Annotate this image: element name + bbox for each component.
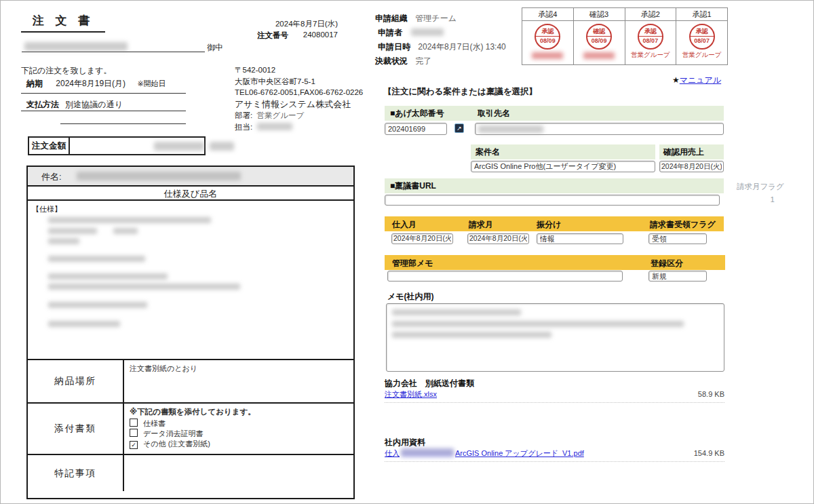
payment-method-label: 支払方法 (26, 100, 59, 109)
stamp-date: 08/09 (587, 37, 610, 44)
ringi-url-input[interactable] (385, 195, 720, 206)
approval-step-header: 承認2 (625, 8, 676, 21)
stamp-date: 08/07 (691, 37, 714, 44)
redacted-spec-line (48, 321, 120, 327)
attachment-item: ✓ その他 (注文書別紙) (130, 439, 348, 449)
payment-method-value: 別途協議の通り (65, 100, 123, 109)
manual-link[interactable]: マニュアル (680, 75, 721, 85)
approval-cell: 承認 08/07 営業グループ (676, 21, 727, 64)
redacted-contact-name (257, 123, 292, 130)
applicant-label: 申請者 (378, 28, 402, 37)
routing-label: 振分け (537, 219, 561, 231)
applicant-row: 申請者 (378, 27, 444, 39)
approval-stamps-table: 承認4 承認 08/09 確認3 確認 08/09 (522, 7, 728, 65)
supplier-postal: 〒542-0012 (235, 64, 363, 76)
supplier-dept-label: 部署: (235, 111, 252, 119)
remarks-label: 特記事項 (28, 455, 124, 491)
lookup-popup-icon[interactable]: ↗ (454, 123, 464, 133)
registration-type-label: 登録区分 (651, 258, 683, 269)
months-header-bar: 仕入月 請求月 振分け 請求書受領フラグ (385, 216, 724, 231)
case-name-input[interactable] (471, 161, 655, 172)
approval-step-header: 承認1 (676, 8, 727, 21)
supplier-dept-row: 部署: 営業グループ (235, 110, 363, 121)
checkbox-data-erasure[interactable] (130, 429, 138, 437)
purchase-month-label: 仕入月 (392, 219, 416, 231)
approval-step-header: 承認4 (522, 8, 573, 21)
stamp-divider-line (586, 36, 612, 37)
stamp-date: 08/07 (639, 37, 662, 44)
supplier-block: 〒542-0012 大阪市中央区谷町7-5-1 TEL06-6762-0051,… (235, 64, 363, 132)
case-select-section-title: 【注文に関わる案件または稟議を選択】 (383, 86, 537, 98)
application-org-label: 申請組織 (375, 14, 408, 23)
document-date: 2024年8月7日(水) (257, 19, 338, 29)
internal-docs-section-label: 社内用資料 (385, 437, 425, 448)
invoice-flag-input[interactable] (648, 233, 707, 244)
invoice-flag-label: 請求書受領フラグ (650, 219, 716, 231)
stamp-divider-line (638, 36, 663, 37)
checkbox-other[interactable]: ✓ (130, 441, 138, 449)
subject-label: 件名: (41, 171, 62, 183)
internal-memo-textarea[interactable] (386, 303, 724, 372)
file-row-separator (385, 396, 724, 403)
approval-step-header: 確認3 (574, 8, 625, 21)
delivery-place-value: 注文書別紙のとおり (124, 360, 353, 402)
redacted-memo-line (392, 321, 684, 327)
star-icon: ★ (672, 75, 680, 85)
admin-memo-header-bar: 管理部メモ 登録区分 (385, 255, 725, 270)
billing-month-input[interactable] (467, 233, 529, 244)
attachments-label: 添付書類 (28, 404, 124, 454)
manual-row: ★マニュアル (672, 75, 721, 86)
file-row-separator (385, 455, 724, 462)
order-intro-text: 下記の注文を致します。 (21, 65, 111, 77)
admin-memo-input[interactable] (387, 271, 623, 282)
attachments-cell: ※下記の書類を添付しております。 仕様書 データ消去証明書 ✓ その他 (注文書… (124, 404, 353, 454)
redacted-spec-line (48, 256, 145, 262)
registration-type-input[interactable] (648, 271, 707, 282)
agetaro-number-label: ■あげ太郎番号 (390, 108, 444, 119)
order-number-row: 注文番号 24080017 (257, 31, 338, 41)
redacted-spec-line (48, 217, 211, 223)
approval-status-label: 決裁状況 (375, 56, 408, 66)
order-number-label: 注文番号 (257, 31, 288, 39)
purchase-month-input[interactable] (391, 233, 453, 244)
routing-input[interactable] (537, 233, 623, 244)
subject-row: 件名: (28, 167, 353, 187)
application-datetime-value: 2024年8月7日(水) 13:40 (418, 42, 505, 52)
stamp-text: 承認 (639, 27, 662, 36)
agetaro-header-bar: ■あげ太郎番号 取引先名 (385, 106, 724, 121)
spec-header-row: 仕様及び品名 (28, 187, 353, 201)
ringi-url-header-bar: ■稟議書URL (385, 178, 724, 193)
order-amount-label: 注文金額 (29, 138, 70, 154)
approval-stamp: 確認 08/09 (586, 24, 612, 50)
redacted-amount-note (210, 142, 234, 151)
stamp-text: 承認 (691, 27, 714, 36)
delivery-date-label: 納期 (26, 79, 43, 88)
approver-group-name: 営業グループ (625, 51, 676, 60)
remarks-value-empty (124, 455, 353, 491)
approval-stamp: 承認 08/07 (638, 24, 663, 50)
redacted-approver-name (532, 52, 563, 59)
delivery-date-value: 2024年8月19日(月) (56, 79, 125, 88)
approver-group-name: 営業グループ (676, 51, 727, 60)
supplier-telfax: TEL06-6762-0051,FAX06-6762-0226 (235, 87, 363, 98)
approval-stamp: 承認 08/07 (689, 24, 715, 50)
delivery-date-note: ※開始日 (137, 79, 166, 88)
delivery-place-row: 納品場所 注文書別紙のとおり (28, 360, 353, 404)
attachments-note: ※下記の書類を添付しております。 (130, 407, 348, 417)
confirm-sales-input[interactable] (659, 161, 724, 172)
approval-status-value: 完了 (415, 56, 431, 66)
agetaro-number-input[interactable] (385, 123, 447, 135)
admin-memo-label: 管理部メモ (392, 258, 433, 269)
stamp-text: 承認 (536, 27, 559, 36)
checkbox-spec-sheet[interactable] (130, 419, 138, 427)
billing-month-label: 請求月 (469, 219, 493, 231)
application-datetime-row: 申請日時 2024年8月7日(水) 13:40 (378, 41, 506, 53)
confirm-sales-header-bar: 確認用売上 (659, 144, 724, 159)
delivery-place-label: 納品場所 (28, 360, 124, 402)
application-org-row: 申請組織 管理チーム (375, 13, 457, 24)
partner-docs-section-label: 協力会社 別紙送付書類 (385, 378, 474, 389)
redacted-spec-line (48, 273, 168, 279)
client-name-input[interactable] (475, 123, 724, 135)
redacted-memo-line (392, 332, 551, 338)
spec-body-row: 【仕様】 (28, 201, 353, 360)
